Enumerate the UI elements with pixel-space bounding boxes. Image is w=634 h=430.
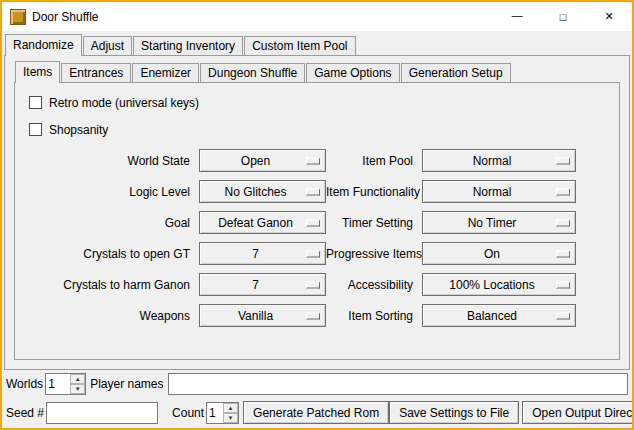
item-functionality-row: Item Functionality Normal [326,180,576,203]
caption-buttons: — □ ✕ [494,2,632,31]
item-pool-dropdown[interactable]: Normal [422,149,576,172]
maximize-icon: □ [560,11,567,23]
app-window: Door Shuffle — □ ✕ Randomize Adjust Star… [0,0,634,430]
crystals-gt-label: Crystals to open GT [19,247,199,261]
maximize-button[interactable]: □ [540,2,586,31]
count-input[interactable] [207,403,223,423]
worlds-input[interactable] [46,374,70,394]
dropdown-indicator-icon [556,188,570,195]
count-spin-arrows: ▲ ▼ [223,403,238,423]
tab-enemizer[interactable]: Enemizer [132,63,199,82]
progressive-items-dropdown[interactable]: On [422,242,576,265]
count-spinner: ▲ ▼ [206,402,239,424]
settings-column-right: Item Pool Normal Item Functionality Norm… [326,149,576,327]
tab-dungeon-shuffle[interactable]: Dungeon Shuffle [200,63,305,82]
spin-up-icon[interactable]: ▲ [70,374,85,384]
player-names-label: Player names [90,377,163,391]
crystals-ganon-dropdown[interactable]: 7 [199,273,326,296]
worlds-spinner: ▲ ▼ [45,373,86,395]
tab-generation-setup[interactable]: Generation Setup [401,63,511,82]
open-output-directory-button[interactable]: Open Output Directory [522,401,634,424]
goal-row: Goal Defeat Ganon [19,211,326,234]
item-sorting-row: Item Sorting Balanced [326,304,576,327]
tab-adjust[interactable]: Adjust [83,36,132,55]
shopsanity-row: Shopsanity [29,122,615,137]
minimize-icon: — [512,9,523,21]
dropdown-indicator-icon [306,250,320,257]
app-icon [10,9,26,25]
world-state-dropdown[interactable]: Open [199,149,326,172]
item-pool-value: Normal [473,154,526,168]
progressive-items-label: Progressive Items [326,247,422,261]
weapons-dropdown[interactable]: Vanilla [199,304,326,327]
accessibility-dropdown[interactable]: 100% Locations [422,273,576,296]
tab-custom-item-pool[interactable]: Custom Item Pool [244,36,355,55]
goal-label: Goal [19,216,199,230]
timer-setting-row: Timer Setting No Timer [326,211,576,234]
tab-randomize[interactable]: Randomize [5,34,82,56]
items-pane: Retro mode (universal keys) Shopsanity W… [14,82,620,360]
item-pool-label: Item Pool [326,154,422,168]
item-sorting-dropdown[interactable]: Balanced [422,304,576,327]
crystals-ganon-value: 7 [252,278,273,292]
item-functionality-value: Normal [473,185,526,199]
close-icon: ✕ [604,10,613,23]
close-button[interactable]: ✕ [586,2,632,31]
goal-dropdown[interactable]: Defeat Ganon [199,211,326,234]
tab-starting-inventory[interactable]: Starting Inventory [133,36,243,55]
goal-value: Defeat Ganon [218,216,307,230]
spin-up-icon[interactable]: ▲ [223,403,238,413]
shopsanity-label: Shopsanity [49,123,108,137]
tab-entrances[interactable]: Entrances [61,63,131,82]
spin-down-icon[interactable]: ▼ [70,384,85,394]
dropdown-indicator-icon [556,250,570,257]
timer-setting-label: Timer Setting [326,216,422,230]
logic-level-label: Logic Level [19,185,199,199]
seed-input[interactable] [46,402,158,424]
player-names-input[interactable] [168,373,629,395]
retro-mode-checkbox[interactable] [29,96,42,109]
weapons-row: Weapons Vanilla [19,304,326,327]
tab-items[interactable]: Items [15,61,60,83]
weapons-label: Weapons [19,309,199,323]
retro-mode-row: Retro mode (universal keys) [29,95,615,110]
retro-mode-label: Retro mode (universal keys) [49,96,199,110]
dropdown-indicator-icon [556,157,570,164]
progressive-items-row: Progressive Items On [326,242,576,265]
crystals-gt-dropdown[interactable]: 7 [199,242,326,265]
item-sorting-label: Item Sorting [326,309,422,323]
logic-level-row: Logic Level No Glitches [19,180,326,203]
sub-tab-bar: Items Entrances Enemizer Dungeon Shuffle… [14,61,620,82]
randomize-pane: Items Entrances Enemizer Dungeon Shuffle… [4,55,630,370]
item-sorting-value: Balanced [467,309,531,323]
logic-level-dropdown[interactable]: No Glitches [199,180,326,203]
accessibility-row: Accessibility 100% Locations [326,273,576,296]
tab-game-options[interactable]: Game Options [306,63,399,82]
crystals-gt-row: Crystals to open GT 7 [19,242,326,265]
timer-setting-dropdown[interactable]: No Timer [422,211,576,234]
dropdown-indicator-icon [306,312,320,319]
crystals-ganon-label: Crystals to harm Ganon [19,278,199,292]
spin-down-icon[interactable]: ▼ [223,413,238,423]
world-state-row: World State Open [19,149,326,172]
world-state-label: World State [19,154,199,168]
minimize-button[interactable]: — [494,2,540,31]
item-functionality-dropdown[interactable]: Normal [422,180,576,203]
accessibility-value: 100% Locations [449,278,548,292]
progressive-items-value: On [484,247,514,261]
main-tab-bar: Randomize Adjust Starting Inventory Cust… [4,34,630,55]
accessibility-label: Accessibility [326,278,422,292]
dropdown-indicator-icon [306,157,320,164]
world-state-value: Open [241,154,284,168]
shopsanity-checkbox[interactable] [29,123,42,136]
worlds-spin-arrows: ▲ ▼ [70,374,85,394]
generate-patched-rom-button[interactable]: Generate Patched Rom [243,401,389,424]
titlebar[interactable]: Door Shuffle — □ ✕ [2,2,632,31]
worlds-row: Worlds ▲ ▼ Player names [6,373,628,395]
app-body: Randomize Adjust Starting Inventory Cust… [2,31,632,428]
save-settings-button[interactable]: Save Settings to File [389,401,519,424]
settings-column-left: World State Open Logic Level No Glitches [19,149,326,327]
logic-level-value: No Glitches [224,185,300,199]
worlds-label: Worlds [6,377,43,391]
item-functionality-label: Item Functionality [326,185,422,199]
